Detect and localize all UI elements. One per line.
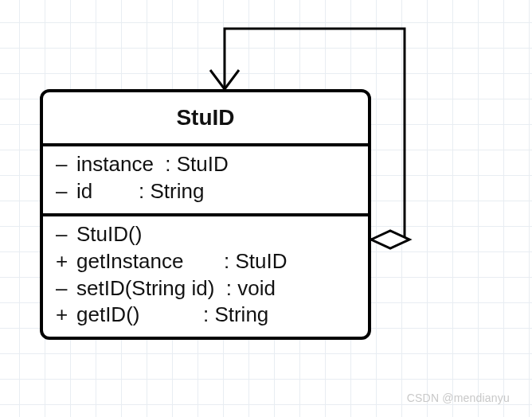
uml-class-box: StuID – instance : StuID – id : String –… — [40, 89, 371, 340]
attr-name: id — [76, 178, 133, 205]
op-sig: getID() — [76, 302, 198, 329]
op-ret: StuID — [235, 248, 287, 275]
class-name: StuID — [43, 92, 368, 143]
attr-type: String — [150, 178, 204, 205]
visibility: – — [56, 221, 76, 248]
colon: : — [218, 248, 236, 275]
operation-row: – setID(String id) : void — [56, 275, 355, 302]
operations-compartment: – StuID() + getInstance : StuID – setID(… — [43, 213, 368, 337]
visibility: – — [56, 151, 76, 178]
operation-row: + getInstance : StuID — [56, 248, 355, 275]
colon: : — [221, 275, 238, 302]
visibility: + — [56, 302, 76, 329]
op-sig: getInstance — [76, 248, 218, 275]
attributes-compartment: – instance : StuID – id : String — [43, 143, 368, 213]
colon: : — [159, 151, 177, 178]
op-ret: void — [237, 275, 276, 302]
operation-row: – StuID() — [56, 221, 355, 248]
op-ret: String — [214, 302, 268, 329]
visibility: – — [56, 178, 76, 205]
op-sig: StuID() — [76, 221, 142, 248]
attribute-row: – instance : StuID — [56, 151, 355, 178]
attr-name: instance — [76, 151, 159, 178]
colon: : — [133, 178, 151, 205]
attribute-row: – id : String — [56, 178, 355, 205]
colon: : — [198, 302, 215, 329]
attr-type: StuID — [177, 151, 229, 178]
visibility: + — [56, 248, 76, 275]
op-sig: setID(String id) — [76, 275, 221, 302]
watermark: CSDN @mendianyu — [407, 392, 510, 404]
operation-row: + getID() : String — [56, 302, 355, 329]
visibility: – — [56, 275, 76, 302]
